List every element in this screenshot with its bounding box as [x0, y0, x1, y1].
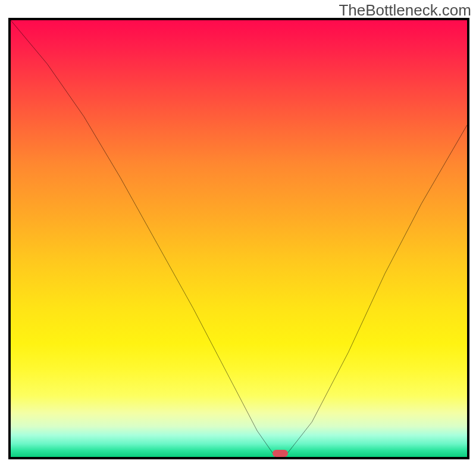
chart-container: TheBottleneck.com — [0, 0, 476, 476]
plot-area — [8, 18, 469, 459]
watermark-text: TheBottleneck.com — [339, 1, 471, 20]
bottleneck-curve — [11, 20, 467, 457]
optimal-point-marker — [273, 450, 288, 457]
